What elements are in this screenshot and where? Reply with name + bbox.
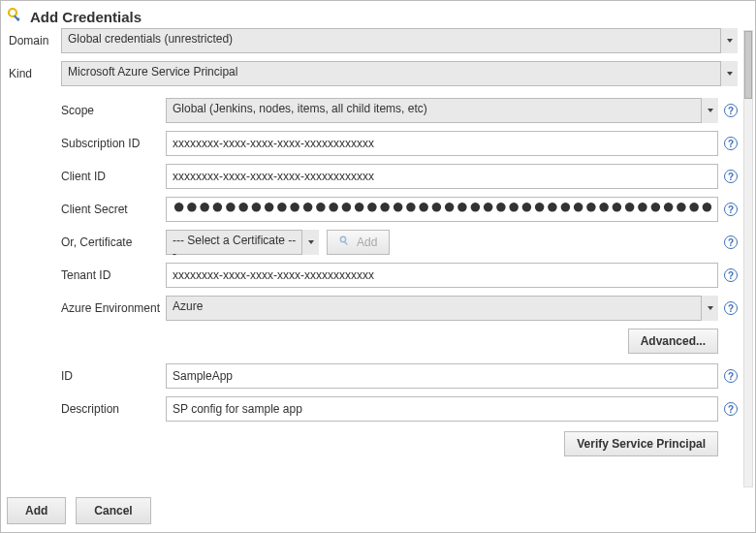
help-icon[interactable] [724,268,738,282]
certificate-select[interactable]: --- Select a Certificate --- [166,230,319,255]
description-row: Description [61,396,738,422]
tenant-id-label: Tenant ID [61,268,166,282]
tenant-id-input[interactable] [166,263,718,288]
advanced-button[interactable]: Advanced... [628,329,718,354]
certificate-label: Or, Certificate [61,235,166,249]
tenant-id-row: Tenant ID [61,263,738,288]
page-title: Add Credentials [30,9,142,25]
description-input[interactable] [166,396,718,422]
azure-env-label: Azure Environment [61,301,166,315]
add-certificate-label: Add [357,235,377,249]
client-secret-label: Client Secret [61,203,166,216]
subscription-id-label: Subscription ID [61,137,166,150]
key-icon [7,7,30,27]
add-certificate-button[interactable]: Add [327,230,390,255]
subscription-id-input[interactable] [166,131,718,156]
help-icon[interactable] [724,137,738,150]
help-icon[interactable] [724,369,738,383]
domain-row: Domain Global credentials (unrestricted) [7,28,738,53]
scrollbar-thumb[interactable] [744,31,752,99]
id-row: ID [61,363,738,389]
kind-nested-fields: Scope Global (Jenkins, nodes, items, all… [61,98,738,456]
help-icon[interactable] [724,170,738,183]
domain-label: Domain [7,34,61,47]
subscription-id-row: Subscription ID [61,131,738,156]
vertical-scrollbar[interactable] [743,30,753,487]
help-icon[interactable] [724,235,738,249]
id-input[interactable] [166,363,718,389]
cancel-button[interactable]: Cancel [76,497,150,524]
domain-select[interactable]: Global credentials (unrestricted) [61,28,738,53]
help-icon[interactable] [724,402,738,416]
verify-row: Verify Service Principal [61,431,738,456]
form-content: Domain Global credentials (unrestricted)… [7,28,741,487]
scope-label: Scope [61,104,166,117]
client-secret-input[interactable] [166,197,718,222]
client-secret-row: Client Secret [61,197,738,222]
certificate-row: Or, Certificate --- Select a Certificate… [61,230,738,255]
client-id-label: Client ID [61,170,166,183]
client-id-input[interactable] [166,164,718,189]
kind-select[interactable]: Microsoft Azure Service Principal [61,61,738,86]
scope-select[interactable]: Global (Jenkins, nodes, items, all child… [166,98,718,123]
help-icon[interactable] [724,301,738,315]
add-button[interactable]: Add [7,497,66,524]
scope-row: Scope Global (Jenkins, nodes, items, all… [61,98,738,123]
advanced-row: Advanced... [61,329,738,354]
azure-env-select[interactable]: Azure [166,296,718,321]
svg-rect-4 [344,240,348,244]
kind-row: Kind Microsoft Azure Service Principal [7,61,738,86]
page-header: Add Credentials [1,1,755,31]
client-id-row: Client ID [61,164,738,189]
footer-buttons: Add Cancel [7,497,151,524]
azure-env-row: Azure Environment Azure [61,296,738,321]
help-icon[interactable] [724,203,738,216]
description-label: Description [61,402,166,416]
verify-button[interactable]: Verify Service Principal [564,431,718,456]
kind-label: Kind [7,67,61,80]
key-icon [339,235,357,250]
id-label: ID [61,369,166,383]
help-icon[interactable] [724,104,738,117]
